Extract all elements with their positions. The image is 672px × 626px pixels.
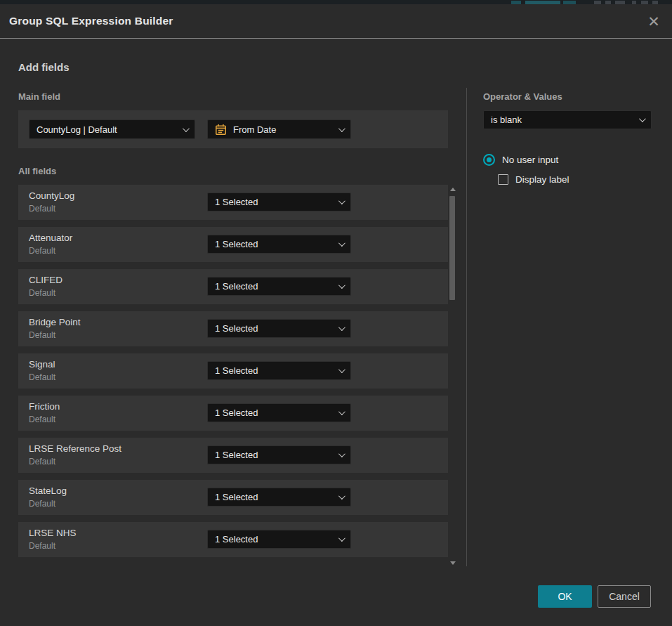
scroll-up-icon[interactable] bbox=[450, 188, 456, 191]
field-sublabel: Default bbox=[29, 415, 55, 424]
operator-value: is blank bbox=[491, 115, 633, 125]
chevron-down-icon bbox=[338, 282, 345, 289]
chevron-down-icon bbox=[338, 535, 345, 542]
field-sublabel: Default bbox=[29, 499, 55, 509]
no-user-input-option[interactable]: No user input bbox=[483, 154, 558, 166]
field-name: LRSE NHS bbox=[29, 528, 77, 538]
column-divider bbox=[466, 88, 467, 566]
field-name: Friction bbox=[29, 401, 60, 412]
chevron-down-icon bbox=[338, 408, 345, 415]
screen: Group SQL Expression Builder ✕ Add field… bbox=[0, 0, 672, 626]
all-fields-label: All fields bbox=[18, 166, 56, 176]
field-name: CLIFED bbox=[29, 275, 62, 285]
group-sql-expression-builder-dialog: Group SQL Expression Builder ✕ Add field… bbox=[0, 4, 672, 626]
chevron-down-icon bbox=[338, 125, 345, 132]
field-selected-value: 1 Selected bbox=[215, 534, 333, 545]
chevron-down-icon bbox=[338, 493, 345, 500]
field-row: Friction Default 1 Selected bbox=[18, 396, 448, 431]
main-field-layer-dropdown[interactable]: CountyLog | Default bbox=[29, 119, 195, 139]
main-field-label: Main field bbox=[18, 91, 60, 102]
main-field-field-dropdown[interactable]: From Date bbox=[207, 119, 351, 139]
field-selected-value: 1 Selected bbox=[215, 492, 333, 502]
operator-dropdown[interactable]: is blank bbox=[483, 110, 652, 129]
add-fields-heading: Add fields bbox=[18, 61, 70, 73]
field-sublabel: Default bbox=[29, 372, 55, 382]
field-name: LRSE Reference Post bbox=[29, 443, 121, 454]
main-field-layer-value: CountyLog | Default bbox=[37, 124, 177, 135]
display-label-option[interactable]: Display label bbox=[498, 174, 569, 185]
field-selected-dropdown[interactable]: 1 Selected bbox=[207, 445, 351, 464]
close-icon[interactable]: ✕ bbox=[644, 11, 664, 31]
field-sublabel: Default bbox=[29, 288, 55, 298]
field-selected-value: 1 Selected bbox=[215, 281, 333, 292]
chevron-down-icon bbox=[338, 197, 345, 204]
field-selected-dropdown[interactable]: 1 Selected bbox=[207, 361, 351, 380]
field-row: CountyLog Default 1 Selected bbox=[18, 185, 448, 220]
field-selected-dropdown[interactable]: 1 Selected bbox=[207, 277, 351, 296]
field-name: Bridge Point bbox=[29, 317, 81, 327]
radio-dot bbox=[487, 157, 492, 162]
dialog-title: Group SQL Expression Builder bbox=[9, 15, 173, 27]
field-selected-value: 1 Selected bbox=[215, 365, 333, 376]
field-row: CLIFED Default 1 Selected bbox=[18, 269, 448, 304]
chevron-down-icon bbox=[338, 450, 345, 457]
chevron-down-icon bbox=[639, 115, 646, 122]
chevron-down-icon bbox=[183, 125, 190, 132]
field-selected-dropdown[interactable]: 1 Selected bbox=[207, 319, 351, 338]
chevron-down-icon bbox=[338, 366, 345, 373]
chevron-down-icon bbox=[338, 240, 345, 247]
field-name: CountyLog bbox=[29, 190, 74, 201]
chevron-down-icon bbox=[338, 324, 345, 331]
all-fields-list: CountyLog Default 1 Selected Attenuator … bbox=[18, 185, 448, 564]
field-name: StateLog bbox=[29, 485, 67, 496]
field-row: Signal Default 1 Selected bbox=[18, 353, 448, 389]
radio-selected-icon[interactable] bbox=[483, 154, 495, 166]
field-row: LRSE NHS Default 1 Selected bbox=[18, 522, 448, 557]
list-scrollbar[interactable] bbox=[449, 185, 456, 566]
field-sublabel: Default bbox=[29, 541, 55, 551]
display-label-text: Display label bbox=[515, 174, 569, 185]
dialog-header: Group SQL Expression Builder ✕ bbox=[0, 4, 672, 39]
calendar-date-icon bbox=[215, 124, 227, 136]
checkbox-unchecked-icon[interactable] bbox=[498, 174, 508, 185]
operator-values-heading: Operator & Values bbox=[483, 91, 562, 102]
main-field-field-value: From Date bbox=[233, 124, 333, 135]
field-name: Signal bbox=[29, 359, 55, 370]
field-row: Attenuator Default 1 Selected bbox=[18, 227, 448, 262]
field-row: LRSE Reference Post Default 1 Selected bbox=[18, 438, 448, 473]
field-sublabel: Default bbox=[29, 330, 55, 340]
field-selected-value: 1 Selected bbox=[215, 323, 333, 334]
field-selected-value: 1 Selected bbox=[215, 450, 333, 460]
field-selected-value: 1 Selected bbox=[215, 407, 333, 418]
field-sublabel: Default bbox=[29, 204, 55, 214]
field-selected-value: 1 Selected bbox=[215, 197, 333, 207]
ok-button[interactable]: OK bbox=[538, 585, 592, 608]
field-selected-value: 1 Selected bbox=[215, 239, 333, 249]
field-row: Bridge Point Default 1 Selected bbox=[18, 311, 448, 346]
field-sublabel: Default bbox=[29, 246, 55, 256]
field-sublabel: Default bbox=[29, 457, 55, 467]
scrollbar-thumb[interactable] bbox=[449, 196, 455, 300]
field-row: StateLog Default 1 Selected bbox=[18, 480, 448, 515]
main-field-panel: CountyLog | Default From Date bbox=[18, 110, 448, 148]
field-selected-dropdown[interactable]: 1 Selected bbox=[207, 530, 351, 549]
field-selected-dropdown[interactable]: 1 Selected bbox=[207, 193, 351, 211]
cancel-button[interactable]: Cancel bbox=[598, 585, 651, 608]
field-name: Attenuator bbox=[29, 233, 72, 243]
scroll-down-icon[interactable] bbox=[450, 561, 456, 565]
field-selected-dropdown[interactable]: 1 Selected bbox=[207, 488, 351, 507]
no-user-input-label: No user input bbox=[502, 155, 558, 165]
field-selected-dropdown[interactable]: 1 Selected bbox=[207, 403, 351, 422]
field-selected-dropdown[interactable]: 1 Selected bbox=[207, 235, 351, 254]
